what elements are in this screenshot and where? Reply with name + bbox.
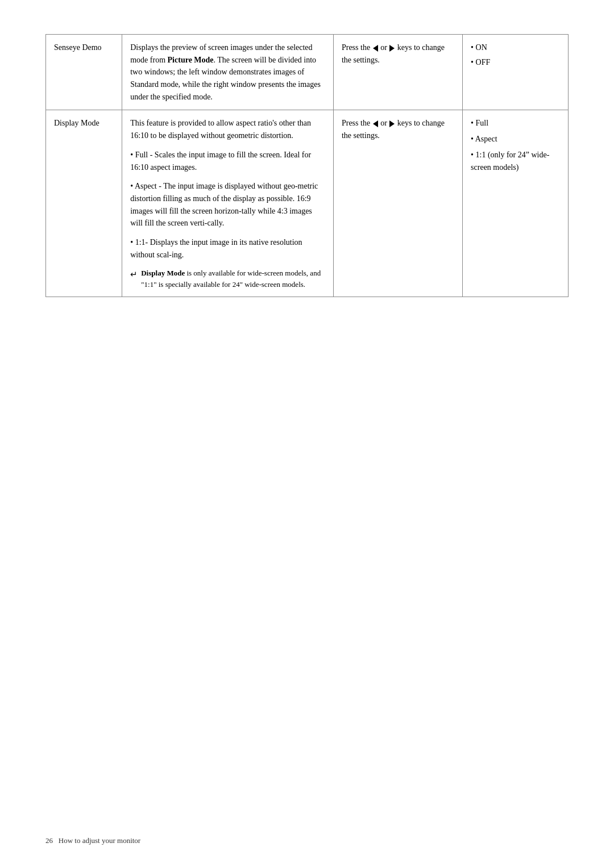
instruction-cell: Press the or keys to change the settings…: [333, 35, 462, 110]
right-arrow-icon: [389, 45, 395, 52]
option-full: • Full: [471, 117, 560, 130]
option-off: • OFF: [471, 56, 560, 69]
feature-name-2: Display Mode: [54, 119, 99, 127]
feature-name-cell-2: Display Mode: [46, 110, 122, 297]
instruction-cell-2: Press the or keys to change the settings…: [333, 110, 462, 297]
display-mode-bold: Display Mode: [141, 269, 185, 277]
options-cell: • ON • OFF: [463, 35, 569, 110]
footer: 26 How to adjust your monitor: [45, 836, 140, 845]
description-cell: Displays the preview of screen images un…: [122, 35, 334, 110]
page-number: 26: [45, 836, 53, 845]
options-cell-2: • Full • Aspect • 1:1 (only for 24” wide…: [463, 110, 569, 297]
bullet-aspect: • Aspect - The input image is displayed …: [130, 180, 325, 229]
press-the-text: Press the: [342, 43, 372, 52]
right-arrow-icon-2: [389, 120, 395, 127]
note-icon: ↵: [130, 268, 138, 281]
note-block: ↵ Display Mode is only available for wid…: [130, 268, 325, 290]
press-the-text-2: Press the: [342, 119, 372, 127]
table-row: Display Mode This feature is provided to…: [46, 110, 569, 297]
description-cell-2: This feature is provided to allow aspect…: [122, 110, 334, 297]
picture-mode-label: Picture Mode: [168, 56, 214, 64]
bullet-11: • 1:1- Displays the input image in its n…: [130, 236, 325, 261]
display-mode-intro: This feature is provided to allow aspect…: [130, 117, 325, 141]
note-text: Display Mode is only available for wide-…: [141, 268, 325, 290]
option-on: • ON: [471, 41, 560, 54]
footer-text: How to adjust your monitor: [59, 836, 140, 845]
main-table: Senseye Demo Displays the preview of scr…: [45, 34, 569, 297]
option-aspect: • Aspect: [471, 133, 560, 145]
page: Senseye Demo Displays the preview of scr…: [0, 0, 614, 365]
left-arrow-icon: [373, 45, 378, 52]
or-text-2: or: [379, 119, 389, 127]
bullet-full: • Full - Scales the input image to fill …: [130, 149, 325, 173]
left-arrow-icon-2: [373, 120, 378, 127]
feature-name: Senseye Demo: [54, 43, 102, 52]
or-text: or: [379, 43, 389, 52]
option-11: • 1:1 (only for 24” wide-screen models): [471, 149, 560, 173]
table-row: Senseye Demo Displays the preview of scr…: [46, 35, 569, 110]
feature-name-cell: Senseye Demo: [46, 35, 122, 110]
